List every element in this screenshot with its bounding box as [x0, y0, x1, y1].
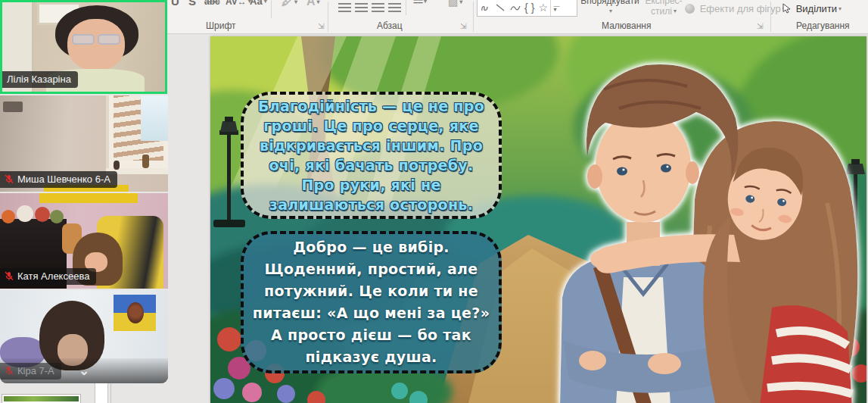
chevron-down-icon: ⌄ — [79, 364, 89, 378]
character-spacing-button[interactable]: AV↔▾ — [226, 0, 251, 10]
window-sky — [141, 95, 168, 141]
editing-group-label: Редагування — [796, 20, 850, 31]
paragraph-dialog-launcher-icon[interactable]: ⇲ — [460, 22, 468, 30]
plush-toy — [2, 210, 15, 223]
participant-nametag: Кіра 7-А — [0, 363, 61, 380]
person-face — [67, 19, 125, 70]
figurine — [114, 161, 120, 170]
quote-text-2: Добро — це вибір. Щоденний, простий, але… — [251, 236, 491, 368]
participant-name: Лілія Казаріна — [7, 73, 71, 85]
slide-canvas[interactable]: Благодійність — це не про гроші. Це про … — [210, 36, 866, 403]
quote-textbox-2[interactable]: Добро — це вибір. Щоденний, простий, але… — [241, 231, 502, 373]
left-brace-shape-icon[interactable]: { — [524, 2, 528, 14]
video-tile-participant-2[interactable]: Миша Шевченко 6-А — [0, 95, 168, 192]
quick-styles-button[interactable]: Експрес- стилі▾ — [642, 1, 686, 17]
columns-button[interactable]: ==▾ — [413, 0, 426, 10]
underline-button[interactable]: U — [171, 0, 179, 10]
drawing-group-label: Малювання — [602, 20, 651, 31]
participant-nametag: Лілія Казаріна — [2, 71, 78, 88]
cursor-arrow-icon — [782, 3, 791, 14]
strike-abc-button[interactable]: abc — [204, 0, 220, 10]
drawing-dialog-launcher-icon[interactable]: ⇲ — [757, 22, 765, 30]
separator — [271, 0, 272, 18]
video-tile-participant-4[interactable]: Кіра 7-А ⌄ — [0, 290, 168, 383]
ac-unit — [3, 102, 23, 112]
participant-name: Катя Алексеева — [17, 270, 89, 282]
dropdown-arrow-icon: ▾ — [317, 0, 320, 5]
font-color-button[interactable]: A▾ — [306, 0, 320, 11]
line-shape-icon[interactable] — [494, 2, 506, 14]
convert-smartart-button[interactable]: ▨▾ — [448, 0, 462, 11]
dropdown-arrow-icon: ▾ — [838, 5, 842, 12]
align-justify-button[interactable] — [388, 3, 401, 12]
flag-emblem — [127, 302, 144, 323]
font-dialog-launcher-icon[interactable]: ⇲ — [318, 22, 326, 30]
align-right-button[interactable] — [372, 3, 384, 12]
strikethrough-button[interactable]: S — [188, 0, 196, 10]
glasses-right-lens — [98, 34, 120, 45]
slide-thumbnail-partial[interactable] — [2, 395, 80, 403]
panel-divider — [110, 383, 111, 403]
thumbnails-scrollbar[interactable] — [95, 383, 108, 403]
plush-toy — [50, 210, 64, 223]
video-tile-participant-3[interactable]: Катя Алексеева — [0, 193, 168, 289]
dropdown-arrow-icon: ▾ — [424, 0, 426, 5]
scribble-shape-icon[interactable] — [479, 2, 491, 14]
plush-toy — [17, 205, 33, 222]
separator — [406, 0, 406, 15]
dropdown-arrow-icon: ▾ — [264, 0, 267, 5]
dropdown-arrow-icon: ▾ — [294, 0, 297, 5]
curve-shape-icon[interactable] — [509, 2, 521, 14]
align-left-button[interactable] — [338, 3, 351, 12]
mic-off-icon — [5, 174, 14, 184]
dropdown-arrow-icon: ▾ — [674, 8, 677, 14]
participant-nametag: Катя Алексеева — [0, 268, 96, 285]
dropdown-arrow-icon: ▾ — [459, 0, 462, 5]
paragraph-group-label: Абзац — [377, 20, 403, 31]
shape-effects-icon — [685, 4, 695, 14]
separator — [473, 2, 474, 32]
right-brace-shape-icon[interactable]: } — [531, 2, 535, 14]
yellow-flag — [39, 193, 138, 203]
mic-off-icon — [5, 271, 14, 281]
quote-textbox-1[interactable]: Благодійність — це не про гроші. Це про … — [241, 92, 502, 219]
participant-name: Кіра 7-А — [17, 365, 54, 376]
quote-text-1: Благодійність — це не про гроші. Це про … — [251, 96, 491, 214]
separator — [328, 2, 328, 32]
shapes-gallery[interactable]: { } ☆ —▾ — [477, 0, 577, 17]
collapse-video-strip-button[interactable]: ⌄ — [69, 364, 99, 379]
dropdown-arrow-icon: ▾ — [609, 8, 612, 14]
select-button[interactable]: Виділити▾ — [782, 3, 842, 14]
video-tile-participant-1[interactable]: Лілія Казаріна — [0, 0, 167, 94]
font-group-label: Шрифт — [206, 20, 235, 31]
change-case-button[interactable]: Aa▾ — [250, 0, 267, 10]
participant-name: Миша Шевченко 6-А — [17, 173, 110, 185]
text-highlight-button[interactable]: 🖊▾ — [282, 0, 297, 11]
plush-toy — [35, 207, 50, 222]
mic-off-icon — [5, 366, 14, 376]
participant-nametag: Миша Шевченко 6-А — [0, 171, 117, 188]
star-shape-icon[interactable]: ☆ — [538, 2, 548, 14]
separator — [770, 2, 771, 32]
align-center-button[interactable] — [355, 3, 368, 12]
arrange-button[interactable]: Впорядкувати▾ — [577, 1, 643, 17]
gallery-more-button[interactable]: —▾ — [550, 0, 562, 16]
vase — [142, 155, 149, 168]
glasses-left-lens — [72, 34, 95, 45]
